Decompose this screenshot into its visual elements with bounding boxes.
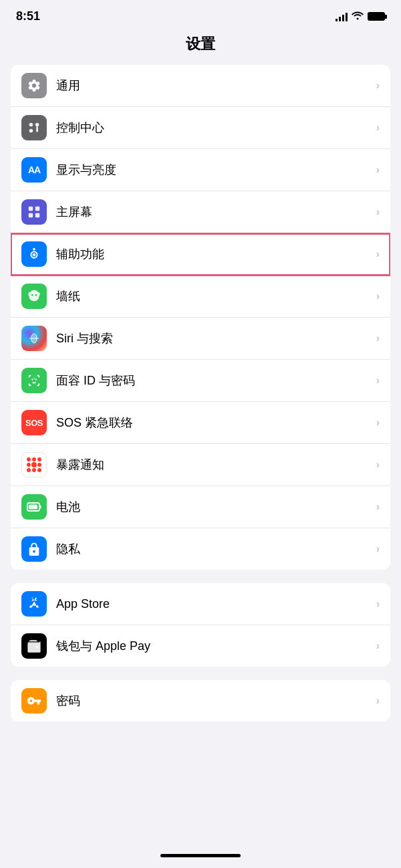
settings-row-privacy[interactable]: 隐私 › <box>11 528 390 570</box>
sos-icon: SOS <box>21 410 47 435</box>
svg-rect-18 <box>35 646 39 648</box>
passwords-icon <box>21 688 47 714</box>
accessibility-label: 辅助功能 <box>56 246 376 262</box>
siri-icon <box>21 326 47 351</box>
settings-row-wallpaper[interactable]: 墙纸 › <box>11 276 390 318</box>
privacy-icon <box>21 536 47 562</box>
settings-row-faceid[interactable]: 面容 ID 与密码 › <box>11 360 390 402</box>
appstore-icon <box>21 591 47 617</box>
privacy-label: 隐私 <box>56 541 376 557</box>
settings-row-siri[interactable]: Siri 与搜索 › <box>11 318 390 360</box>
display-chevron: › <box>376 164 380 176</box>
settings-section-main: 通用 › 控制中心 › AA 显示与亮度 › <box>11 65 390 570</box>
control-icon <box>21 115 47 140</box>
appstore-chevron: › <box>376 598 380 610</box>
battery-label: 电池 <box>56 499 376 515</box>
status-time: 8:51 <box>16 9 40 23</box>
svg-rect-16 <box>39 506 41 509</box>
svg-point-9 <box>33 248 35 251</box>
wallet-label: 钱包与 Apple Pay <box>56 638 376 654</box>
wifi-icon <box>352 11 364 22</box>
passwords-chevron: › <box>376 695 380 707</box>
homescreen-label: 主屏幕 <box>56 204 376 220</box>
sos-chevron: › <box>376 417 380 429</box>
svg-rect-17 <box>29 505 37 510</box>
appstore-label: App Store <box>56 597 376 611</box>
sos-label: SOS 紧急联络 <box>56 415 376 431</box>
homescreen-chevron: › <box>376 206 380 218</box>
page-title: 设置 <box>0 27 401 65</box>
faceid-label: 面容 ID 与密码 <box>56 372 376 389</box>
svg-rect-5 <box>29 207 33 211</box>
settings-row-passwords[interactable]: 密码 › <box>11 680 390 722</box>
general-icon <box>21 73 47 98</box>
accessibility-icon <box>21 241 47 267</box>
settings-row-general[interactable]: 通用 › <box>11 65 390 107</box>
battery-icon <box>368 12 385 21</box>
general-chevron: › <box>376 80 380 92</box>
exposure-icon <box>21 452 47 477</box>
accessibility-chevron: › <box>376 248 380 260</box>
faceid-icon <box>21 368 47 393</box>
control-chevron: › <box>376 122 380 134</box>
settings-row-control[interactable]: 控制中心 › <box>11 107 390 149</box>
wallpaper-chevron: › <box>376 290 380 302</box>
settings-row-wallet[interactable]: 钱包与 Apple Pay › <box>11 625 390 667</box>
privacy-chevron: › <box>376 543 380 555</box>
faceid-chevron: › <box>376 374 380 387</box>
settings-section-store: App Store › 钱包与 Apple Pay › <box>11 583 390 667</box>
homescreen-icon <box>21 199 47 225</box>
wallpaper-label: 墙纸 <box>56 288 376 304</box>
siri-label: Siri 与搜索 <box>56 330 376 346</box>
settings-row-exposure[interactable]: 暴露通知 › <box>11 444 390 486</box>
exposure-label: 暴露通知 <box>56 457 376 473</box>
svg-rect-8 <box>35 213 39 217</box>
svg-point-0 <box>29 123 33 127</box>
svg-point-11 <box>31 294 33 296</box>
display-label: 显示与亮度 <box>56 162 376 178</box>
svg-point-12 <box>35 294 37 296</box>
status-bar: 8:51 <box>0 0 401 27</box>
svg-rect-7 <box>29 213 33 217</box>
battery-icon-row <box>21 494 47 520</box>
wallpaper-icon <box>21 284 47 309</box>
exposure-chevron: › <box>376 459 380 471</box>
settings-row-homescreen[interactable]: 主屏幕 › <box>11 191 390 233</box>
svg-rect-4 <box>36 126 38 132</box>
svg-rect-6 <box>35 207 39 211</box>
settings-row-display[interactable]: AA 显示与亮度 › <box>11 149 390 191</box>
svg-point-1 <box>35 123 39 127</box>
home-indicator <box>160 854 241 857</box>
wallet-chevron: › <box>376 640 380 652</box>
svg-point-10 <box>33 253 36 257</box>
battery-chevron: › <box>376 501 380 513</box>
wallet-icon <box>21 633 47 659</box>
general-label: 通用 <box>56 78 376 94</box>
signal-icon <box>336 12 348 21</box>
svg-point-2 <box>29 129 33 133</box>
display-icon: AA <box>21 157 47 183</box>
passwords-label: 密码 <box>56 693 376 709</box>
control-label: 控制中心 <box>56 120 376 136</box>
settings-row-sos[interactable]: SOS SOS 紧急联络 › <box>11 402 390 444</box>
status-icons <box>336 11 385 22</box>
settings-section-passwords: 密码 › <box>11 680 390 722</box>
settings-row-accessibility[interactable]: 辅助功能 › <box>11 233 390 276</box>
siri-chevron: › <box>376 332 380 344</box>
settings-row-battery[interactable]: 电池 › <box>11 486 390 528</box>
home-indicator-area <box>0 849 401 868</box>
settings-row-appstore[interactable]: App Store › <box>11 583 390 625</box>
